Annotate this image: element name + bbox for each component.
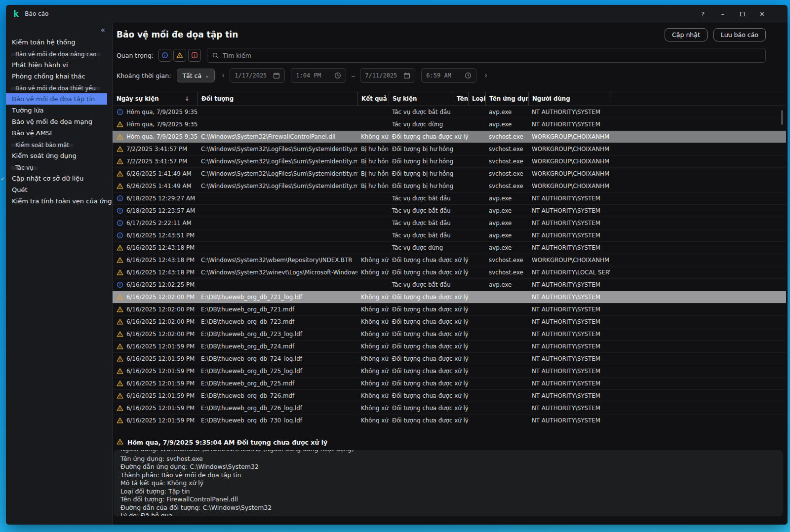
- column-header-8[interactable]: [610, 92, 786, 106]
- table-row[interactable]: 6/26/2025 1:41:49 AMC:\Windows\System32\…: [113, 180, 786, 192]
- sidebar-item-5[interactable]: Bảo vệ mối đe dọa tập tin: [6, 93, 107, 105]
- update-button[interactable]: Cập nhật: [665, 28, 708, 41]
- sidebar-item-10[interactable]: Kiểm soát ứng dụng: [6, 150, 112, 161]
- cell-event: Đối tượng chưa được xử lý: [389, 304, 453, 315]
- table-row[interactable]: 6/16/2025 12:01:59 PME:\DB\thueweb_org_d…: [113, 378, 786, 390]
- sidebar-item-8[interactable]: Bảo vệ AMSI: [6, 127, 112, 139]
- column-header-3[interactable]: Sự kiện: [389, 92, 453, 106]
- table-row[interactable]: 6/18/2025 12:23:57 AMTác vụ được bắt đầu…: [113, 205, 786, 217]
- sidebar-item-14[interactable]: Kiểm tra tính toàn vẹn của ứng dụng: [6, 195, 112, 207]
- detail-panel[interactable]: Người dùng: WORKGROUP\CHOIXANHMEDIA$ (Ng…: [114, 450, 783, 516]
- column-header-6[interactable]: Tên ứng dụng: [485, 92, 528, 106]
- sidebar-item-13[interactable]: Quét: [6, 184, 112, 195]
- table-row[interactable]: 6/16/2025 12:02:00 PME:\DB\thueweb_org_d…: [113, 316, 786, 328]
- table-row[interactable]: Hôm qua, 7/9/2025 9:35:04 AMC:\Windows\S…: [113, 131, 786, 143]
- sidebar-item-7[interactable]: Bảo vệ mối đe dọa mạng: [6, 116, 112, 127]
- time-to-value: 6:59 AM: [426, 72, 451, 79]
- filter-info-button[interactable]: [158, 49, 171, 62]
- cell-name: [453, 378, 468, 389]
- table-row[interactable]: 6/16/2025 12:43:18 PMC:\Windows\System32…: [113, 254, 786, 266]
- time-from-field[interactable]: 1:04 PM: [291, 68, 346, 83]
- time-from-value: 1:04 PM: [296, 72, 321, 79]
- cell-user: NT AUTHORITY\SYSTEM: [528, 106, 610, 118]
- table-row[interactable]: 6/16/2025 12:01:59 PME:\DB\thueweb_org_d…: [113, 341, 786, 353]
- table-row[interactable]: 6/18/2025 12:29:27 AMTác vụ được bắt đầu…: [113, 192, 786, 205]
- search-icon: [212, 52, 219, 59]
- sidebar-item-2[interactable]: Phát hiện hành vi: [6, 59, 112, 71]
- table-row[interactable]: 6/16/2025 12:43:18 PMC:\Windows\System32…: [113, 266, 786, 279]
- table-row[interactable]: 6/16/2025 12:02:00 PME:\DB\thueweb_org_d…: [113, 328, 786, 341]
- table-row[interactable]: 6/16/2025 12:01:59 PME:\DB\thueweb_org_d…: [113, 353, 786, 365]
- maximize-button[interactable]: [739, 10, 746, 18]
- info-icon: [117, 195, 123, 202]
- save-report-button[interactable]: Lưu báo cáo: [713, 28, 766, 41]
- minimize-button[interactable]: –: [719, 10, 726, 18]
- sidebar-item-3[interactable]: Phòng chống khai thác: [6, 71, 112, 82]
- next-period-icon[interactable]: ›: [484, 71, 487, 80]
- cell-app: avp.exe: [485, 118, 528, 130]
- cell-type: [468, 180, 485, 192]
- table-row[interactable]: 6/16/2025 12:02:00 PME:\DB\thueweb_org_d…: [113, 291, 786, 304]
- table-row[interactable]: 7/2/2025 3:41:57 PMC:\Windows\System32\L…: [113, 155, 786, 168]
- cell-type: [468, 390, 485, 402]
- column-header-7[interactable]: Người dùng: [528, 92, 610, 106]
- table-row[interactable]: 7/2/2025 3:41:57 PMC:\Windows\System32\L…: [113, 143, 786, 155]
- search-box[interactable]: [207, 48, 766, 63]
- cell-user: NT AUTHORITY\LOCAL SERVICE: [528, 266, 610, 278]
- vertical-scrollbar[interactable]: [781, 110, 783, 125]
- table-row[interactable]: 6/16/2025 12:01:59 PME:\DB\thueweb_org_d…: [113, 390, 786, 402]
- date-from-field[interactable]: 1/17/2025: [230, 68, 285, 83]
- cell-fill: [610, 106, 786, 118]
- help-button[interactable]: ?: [699, 10, 707, 18]
- time-to-field[interactable]: 6:59 AM: [421, 68, 476, 83]
- sidebar-item-6[interactable]: Tường lửa: [6, 105, 112, 116]
- close-button[interactable]: ✕: [758, 10, 766, 18]
- cell-user: WORKGROUP\CHOIXANHMEDIA$: [528, 143, 610, 155]
- cell-res: [357, 192, 389, 204]
- cell-app: svchost.exe: [485, 254, 528, 266]
- cell-event: Tác vụ được bắt đầu: [389, 217, 453, 229]
- cell-fill: [610, 205, 786, 217]
- period-dropdown[interactable]: Tất cả ⌄: [177, 69, 215, 82]
- date-to-field[interactable]: 7/11/2025: [360, 68, 415, 83]
- cell-user: NT AUTHORITY\SYSTEM: [528, 291, 610, 303]
- table-row[interactable]: Hôm qua, 7/9/2025 9:35:33 AMTác vụ được …: [113, 106, 786, 118]
- filter-critical-button[interactable]: [188, 49, 201, 62]
- search-input[interactable]: [223, 52, 760, 59]
- cell-type: [468, 106, 485, 118]
- cell-user: WORKGROUP\CHOIXANHMEDIA$: [528, 155, 610, 167]
- column-header-0[interactable]: Ngày sự kiện↓: [113, 92, 198, 106]
- filter-warning-button[interactable]: [173, 49, 186, 62]
- cell-type: [468, 378, 485, 389]
- table-row[interactable]: 6/16/2025 12:01:59 PME:\DB\thueweb_org_d…: [113, 402, 786, 415]
- cell-res: Bị hư hỏng: [357, 143, 389, 155]
- sidebar-item-12[interactable]: Cập nhật cơ sở dữ liệu: [6, 173, 112, 184]
- table-row[interactable]: 6/16/2025 12:43:51 PMTác vụ được bắt đầu…: [113, 229, 786, 242]
- column-header-1[interactable]: Đối tượng: [198, 92, 357, 106]
- sidebar-item-0[interactable]: Kiểm toán hệ thống: [6, 37, 112, 48]
- cell-fill: [610, 168, 786, 180]
- table-row[interactable]: 6/16/2025 12:01:59 PME:\DB\thueweb_org_d…: [113, 415, 786, 423]
- table-row[interactable]: 6/16/2025 12:01:59 PME:\DB\thueweb_org_d…: [113, 365, 786, 378]
- cell-fill: [610, 131, 786, 143]
- table-row[interactable]: 6/17/2025 2:22:11 AMTác vụ được bắt đầua…: [113, 217, 786, 229]
- period-row: Khoảng thời gian: Tất cả ⌄ ‹ 1/17/2025 1…: [117, 68, 487, 83]
- detail-line: Thành phần: Bảo vệ mối đe dọa tập tin: [120, 471, 776, 480]
- column-header-2[interactable]: Kết quả: [357, 92, 389, 106]
- table-row[interactable]: 6/16/2025 12:02:25 PMTác vụ được bắt đầu…: [113, 279, 786, 291]
- cell-date: 6/16/2025 12:01:59 PM: [113, 365, 198, 377]
- cell-name: [453, 254, 468, 266]
- column-header-4[interactable]: Tên: [453, 92, 468, 106]
- report-header: Bảo vệ mối đe dọa tập tin Cập nhật Lưu b…: [117, 27, 766, 42]
- sidebar-collapse-icon[interactable]: «: [101, 26, 105, 35]
- cell-event: Đối tượng chưa được xử lý: [389, 378, 453, 389]
- table-row[interactable]: Hôm qua, 7/9/2025 9:35:04 AMTác vụ được …: [113, 118, 786, 131]
- prev-period-icon[interactable]: ‹: [222, 71, 225, 80]
- cell-res: [357, 279, 389, 291]
- cell-date: Hôm qua, 7/9/2025 9:35:33 AM: [113, 106, 198, 118]
- table-row[interactable]: 6/16/2025 12:43:18 PMTác vụ được dừngavp…: [113, 242, 786, 254]
- cell-res: [357, 217, 389, 229]
- column-header-5[interactable]: Loại: [468, 92, 485, 106]
- table-row[interactable]: 6/16/2025 12:02:00 PME:\DB\thueweb_org_d…: [113, 304, 786, 316]
- table-row[interactable]: 6/26/2025 1:41:49 AMC:\Windows\System32\…: [113, 168, 786, 180]
